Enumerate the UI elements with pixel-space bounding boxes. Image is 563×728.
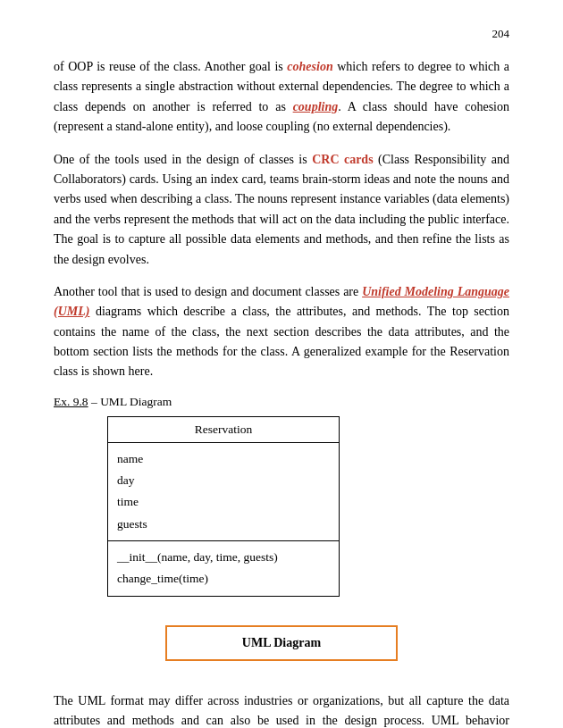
uml-methods-cell: __init__(name, day, time, guests) change… bbox=[108, 541, 340, 597]
attr-name: name bbox=[117, 448, 330, 470]
method-init: __init__(name, day, time, guests) bbox=[117, 547, 330, 568]
para1-text1: of OOP is reuse of the class. Another go… bbox=[54, 60, 287, 73]
uml-diagram-wrapper: Reservation name day time guests __init_… bbox=[107, 416, 340, 597]
paragraph-3: Another tool that is used to design and … bbox=[54, 282, 509, 382]
example-label-line: Ex. 9.8 – UML Diagram bbox=[54, 395, 172, 409]
uml-table: Reservation name day time guests __init_… bbox=[107, 416, 340, 597]
crc-cards-term: CRC cards bbox=[312, 153, 373, 166]
uml-header-row: Reservation bbox=[108, 416, 340, 442]
example-suffix: – UML Diagram bbox=[88, 395, 172, 408]
example-number: Ex. 9.8 bbox=[54, 395, 88, 408]
attr-day: day bbox=[117, 470, 330, 491]
attr-guests: guests bbox=[117, 514, 330, 535]
cohesion-term: cohesion bbox=[287, 60, 332, 73]
uml-class-name: Reservation bbox=[108, 416, 340, 442]
para2-text1: One of the tools used in the design of c… bbox=[54, 153, 312, 166]
uml-attributes-cell: name day time guests bbox=[108, 442, 340, 540]
bottom-text: The UML format may differ across industr… bbox=[54, 691, 509, 728]
attr-time: time bbox=[117, 491, 330, 513]
para3-text2: diagrams which describe a class, the att… bbox=[54, 305, 509, 378]
uml-methods-row: __init__(name, day, time, guests) change… bbox=[108, 541, 340, 597]
para2-text2: (Class Responsibility and Collaborators)… bbox=[54, 153, 509, 266]
uml-diagram-label-box: UML Diagram bbox=[165, 625, 398, 661]
para3-text1: Another tool that is used to design and … bbox=[54, 285, 362, 298]
page-number: 204 bbox=[54, 27, 509, 41]
paragraph-1: of OOP is reuse of the class. Another go… bbox=[54, 57, 509, 138]
paragraph-2: One of the tools used in the design of c… bbox=[54, 150, 509, 270]
uml-attributes-row: name day time guests bbox=[108, 442, 340, 540]
bottom-para-1: The UML format may differ across industr… bbox=[54, 691, 509, 728]
method-change-time: change_time(time) bbox=[117, 568, 330, 590]
coupling-term: coupling bbox=[293, 100, 339, 113]
diagram-section: Ex. 9.8 – UML Diagram Reservation name d… bbox=[54, 395, 509, 597]
page-container: 204 of OOP is reuse of the class. Anothe… bbox=[0, 0, 563, 728]
